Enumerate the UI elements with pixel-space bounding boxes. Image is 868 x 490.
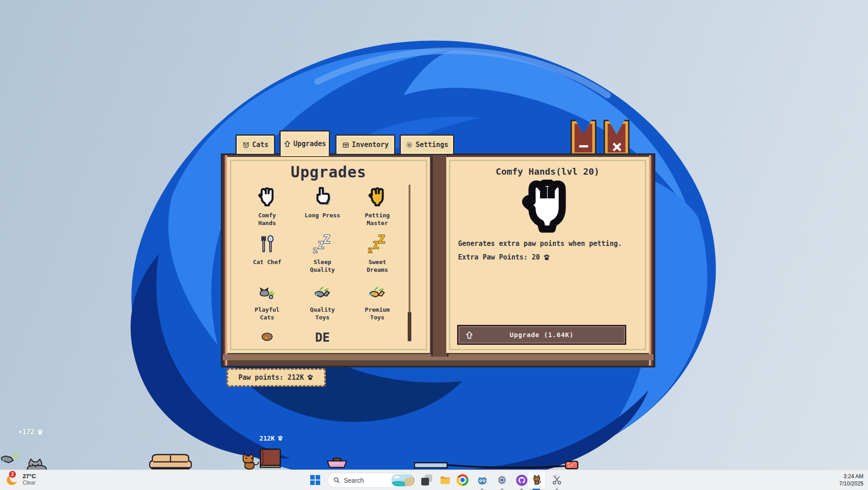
upgrade-description: Generates extra paw points when petting. <box>458 240 622 248</box>
close-icon <box>612 142 621 152</box>
weather-temperature: 27°C <box>23 473 36 480</box>
couch-sprite[interactable] <box>149 450 192 470</box>
scissors-icon <box>551 474 563 486</box>
upgrade-book-window: Upgrades Comfy Hands Long Press Petting … <box>221 153 655 368</box>
orange-cat-sprite[interactable] <box>239 453 260 470</box>
taskbar: 2 27°C Clear Search <box>0 470 868 490</box>
gear-icon <box>496 474 508 486</box>
upgrade-item-sweet-dreams[interactable]: zZZ Sweet Dreams <box>352 234 402 274</box>
book-sprite[interactable] <box>258 447 282 469</box>
upgrade-item-sleep-quality[interactable]: zZZ Sleep Quality <box>297 234 347 274</box>
palette-icon <box>259 329 275 343</box>
zzz-gold-icon: zZZ <box>367 234 388 255</box>
upgrade-detail-title: Comfy Hands(lvl 20) <box>446 166 649 177</box>
start-button[interactable] <box>308 473 322 487</box>
paw-icon <box>277 435 283 441</box>
minimize-button[interactable] <box>571 120 596 155</box>
cat-game-button[interactable] <box>530 473 543 487</box>
toy-gold-icon <box>367 281 388 302</box>
pixel-cat-icon <box>530 474 543 486</box>
hand-white-icon <box>257 187 278 208</box>
folder-icon <box>439 474 451 486</box>
tab-label: Settings <box>415 141 448 149</box>
upgrade-item-label: Premium Toys <box>358 306 396 321</box>
gear-icon <box>405 141 413 149</box>
file-explorer-button[interactable] <box>438 473 452 487</box>
upgrade-item-comfy-hands[interactable]: Comfy Hands <box>242 187 292 227</box>
upgrade-item-label: Cat Chef <box>248 258 286 266</box>
tab-upgrades[interactable]: Upgrades <box>279 130 330 156</box>
tab-settings[interactable]: Settings <box>400 134 454 155</box>
upgrade-detail-page: Comfy Hands(lvl 20) Generates extra paw … <box>446 157 649 353</box>
cat-toy-icon <box>257 281 278 302</box>
hand-gold-icon <box>367 187 388 208</box>
upgrade-item-playful-cats[interactable]: Playful Cats <box>242 281 292 321</box>
paw-icon <box>543 254 551 261</box>
search-box[interactable]: Search <box>327 473 417 488</box>
github-icon <box>516 474 528 486</box>
comfy-hands-large-icon <box>520 180 576 236</box>
tab-cats[interactable]: Cats <box>235 134 275 155</box>
tab-inventory[interactable]: Inventory <box>335 134 395 155</box>
svg-text:z: z <box>368 245 372 255</box>
search-highlight-thumbnail <box>391 474 415 486</box>
weather-condition: Clear <box>23 480 36 486</box>
chrome-icon <box>457 474 468 486</box>
chrome-button[interactable] <box>456 473 469 487</box>
upgrade-item-clipped-text[interactable]: DE <box>297 330 347 344</box>
upgrade-item-quality-toys[interactable]: Quality Toys <box>297 281 347 321</box>
upgrade-item-label: Comfy Hands <box>248 211 286 227</box>
minus-icon <box>579 145 588 147</box>
github-button[interactable] <box>515 473 528 487</box>
book-right-edge <box>649 155 653 366</box>
task-view-button[interactable] <box>420 473 434 487</box>
upgrade-item-label: Long Press <box>303 211 341 219</box>
upgrade-item-long-press[interactable]: Long Press <box>297 187 347 219</box>
food-bowl-sprite[interactable] <box>325 456 349 469</box>
search-icon <box>333 477 340 484</box>
paw-icon <box>37 429 44 436</box>
weather-widget[interactable]: 2 27°C Clear <box>5 472 36 486</box>
floating-points-popup: +172 <box>18 428 44 436</box>
tab-label: Cats <box>252 141 268 149</box>
upgrade-item-label: Playful Cats <box>248 306 286 321</box>
tab-label: Inventory <box>352 141 389 149</box>
upgrade-item-cat-chef[interactable]: Cat Chef <box>242 234 292 266</box>
page-title: Upgrades <box>227 163 430 181</box>
tab-label: Upgrades <box>293 140 326 148</box>
toy-grey-icon <box>312 281 333 302</box>
upgrade-button-label: Upgrade (1.64K) <box>510 331 574 338</box>
arrow-up-icon <box>283 140 291 148</box>
taskbar-clock[interactable]: 3:24 AM 7/10/2025 <box>839 473 863 487</box>
settings-button[interactable] <box>495 473 509 487</box>
chest-icon <box>342 141 350 149</box>
hand-point-icon <box>312 187 333 208</box>
upgrade-item-label: Quality Toys <box>303 306 341 321</box>
upgrades-scrollbar-thumb[interactable] <box>408 312 411 341</box>
cat-icon <box>242 141 250 149</box>
upgrade-item-premium-toys[interactable]: Premium Toys <box>352 281 402 321</box>
task-view-icon <box>421 475 432 485</box>
upgrade-item-label: Sweet Dreams <box>358 258 396 274</box>
desktop: Cats Upgrades Inventory Settings Upgrade… <box>0 0 868 490</box>
clock-date: 7/10/2025 <box>839 480 863 487</box>
clock-time: 3:24 AM <box>839 473 863 480</box>
paw-icon <box>307 374 314 381</box>
upgrade-button[interactable]: Upgrade (1.64K) <box>457 325 626 345</box>
svg-text:Z: Z <box>323 234 330 246</box>
cat-points-counter: 212K <box>259 435 283 442</box>
upgrade-item-petting-master[interactable]: Petting Master <box>352 187 402 227</box>
search-label: Search <box>344 477 388 484</box>
godot-button[interactable] <box>475 473 489 487</box>
upgrade-stat: Extra Paw Points: 20 <box>458 253 551 261</box>
upgrade-item-label: Sleep Quality <box>303 258 341 274</box>
upgrade-item-label: Petting Master <box>358 211 396 227</box>
arrow-up-icon <box>465 331 474 340</box>
svg-text:z: z <box>313 245 317 255</box>
upgrade-item-clipped[interactable] <box>242 329 292 343</box>
paw-points-ticket: Paw points: 212K <box>227 368 326 387</box>
close-button[interactable] <box>604 120 629 155</box>
snipping-tool-button[interactable] <box>550 473 564 487</box>
upgrades-page: Upgrades Comfy Hands Long Press Petting … <box>227 157 430 353</box>
svg-text:Z: Z <box>378 234 385 246</box>
